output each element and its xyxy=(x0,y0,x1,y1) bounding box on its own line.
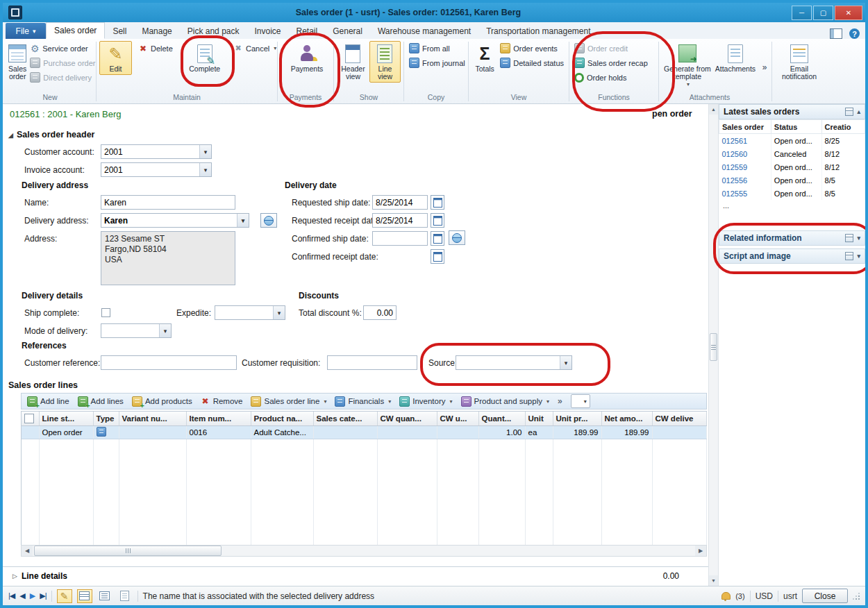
document-handling-button[interactable] xyxy=(117,589,133,603)
factbox-related-information-header[interactable]: Related information ▾ xyxy=(719,230,865,246)
column-net-amount[interactable]: Net amo... xyxy=(601,412,652,426)
cell-cw-unit[interactable] xyxy=(437,426,478,439)
close-icon[interactable]: ✕ xyxy=(835,6,862,20)
column-line-status[interactable]: Line st... xyxy=(39,412,93,426)
expand-chevron-down-icon[interactable]: ▾ xyxy=(857,235,860,242)
cell-sales-category[interactable] xyxy=(313,426,377,439)
factbox-latest-sales-orders-header[interactable]: Latest sales orders ▴ xyxy=(719,104,865,119)
chevron-down-icon[interactable] xyxy=(199,163,211,176)
cell-net-amount[interactable]: 189.99 xyxy=(601,426,652,439)
horizontal-scrollbar[interactable]: ◀ ▶ xyxy=(21,545,707,557)
list-item[interactable]: 012560 Canceled 8/12 xyxy=(719,147,865,160)
line-details-bar[interactable]: ▷ Line details 0.00 xyxy=(3,566,708,584)
chevron-down-icon[interactable] xyxy=(237,214,249,227)
mode-of-delivery-field[interactable] xyxy=(101,323,172,338)
edit-address-button[interactable] xyxy=(260,213,277,228)
list-item[interactable]: 012556 Open ord... 8/5 xyxy=(719,174,865,187)
calendar-icon[interactable] xyxy=(431,213,444,228)
detailed-status-button[interactable]: Detailed status xyxy=(498,56,566,70)
order-link[interactable]: 012560 xyxy=(719,147,771,160)
column-cw-unit[interactable]: CW u... xyxy=(437,412,478,426)
section-header-sales-order-lines[interactable]: Sales order lines xyxy=(8,380,78,390)
remove-button[interactable]: Remove xyxy=(201,396,243,406)
sales-order-line-menu[interactable]: Sales order line xyxy=(251,396,326,407)
column-product-name[interactable]: Product na... xyxy=(251,412,313,426)
tab-manage[interactable]: Manage xyxy=(134,24,179,39)
chevron-down-icon[interactable] xyxy=(273,306,285,319)
notification-count[interactable]: (3) xyxy=(735,592,744,600)
resize-grip[interactable] xyxy=(853,593,860,600)
delivery-schedule-button[interactable] xyxy=(449,230,465,245)
cell-line-status[interactable]: Open order xyxy=(39,426,93,439)
add-line-button[interactable]: Add line xyxy=(27,396,69,407)
column-cw-quantity[interactable]: CW quan... xyxy=(377,412,437,426)
list-view-toggle[interactable] xyxy=(97,589,112,603)
toolbar-overflow-chevron[interactable]: » xyxy=(558,396,562,406)
requested-receipt-date-field[interactable]: 8/25/2014 xyxy=(372,213,428,228)
column-type[interactable]: Type xyxy=(93,412,119,426)
scroll-down-icon[interactable]: ▼ xyxy=(709,575,718,586)
latest-more-indicator[interactable]: ... xyxy=(719,200,865,211)
scroll-right-icon[interactable]: ▶ xyxy=(695,546,706,556)
latest-column-sales-order[interactable]: Sales order xyxy=(719,120,771,134)
latest-column-created[interactable]: Creatio xyxy=(821,120,865,134)
calendar-icon[interactable] xyxy=(431,249,444,264)
cell-cw-quantity[interactable] xyxy=(377,426,437,439)
section-header-sales-order-header[interactable]: ◢Sales order header xyxy=(8,130,94,140)
close-button[interactable]: Close xyxy=(802,589,848,603)
column-cw-delivery[interactable]: CW delive xyxy=(652,412,706,426)
maximize-button[interactable]: ▢ xyxy=(813,6,833,20)
factbox-grid-icon[interactable] xyxy=(845,252,853,260)
calendar-icon[interactable] xyxy=(431,195,444,210)
confirmed-ship-date-field[interactable] xyxy=(372,231,428,246)
previous-record-icon[interactable]: ◀ xyxy=(19,591,24,600)
edit-mode-toggle[interactable] xyxy=(57,589,72,603)
select-all-header[interactable] xyxy=(22,412,39,426)
customer-requisition-field[interactable] xyxy=(327,355,417,370)
complete-button[interactable]: Complete xyxy=(182,41,227,75)
cell-cw-delivery[interactable] xyxy=(652,426,706,439)
header-view-button[interactable]: Header view xyxy=(337,41,369,83)
order-link[interactable]: 012559 xyxy=(719,160,771,174)
last-record-icon[interactable]: ▶| xyxy=(40,591,46,600)
product-and-supply-menu[interactable]: Product and supply xyxy=(461,396,549,407)
chevron-down-icon[interactable] xyxy=(199,145,211,158)
email-notification-button[interactable]: Email notification xyxy=(776,41,822,83)
help-icon[interactable]: ? xyxy=(849,28,860,39)
order-holds-button[interactable]: Order holds xyxy=(572,70,650,85)
direct-delivery-button[interactable]: Direct delivery xyxy=(28,70,97,85)
latest-column-status[interactable]: Status xyxy=(771,120,821,134)
column-sales-category[interactable]: Sales cate... xyxy=(313,412,377,426)
column-variant-number[interactable]: Variant nu... xyxy=(119,412,186,426)
financials-menu[interactable]: Financials xyxy=(335,396,391,407)
requested-ship-date-field[interactable]: 8/25/2014 xyxy=(372,195,428,210)
scroll-up-icon[interactable]: ▲ xyxy=(709,104,718,115)
calendar-icon[interactable] xyxy=(431,231,444,246)
list-item[interactable]: 012555 Open ord... 8/5 xyxy=(719,187,865,200)
sales-order-recap-button[interactable]: Sales order recap xyxy=(572,56,650,70)
delete-button[interactable]: Delete xyxy=(136,41,178,56)
column-unit-price[interactable]: Unit pr... xyxy=(553,412,601,426)
add-lines-button[interactable]: Add lines xyxy=(78,396,124,407)
vertical-scrollbar[interactable]: ▲ ▼ xyxy=(708,104,719,586)
list-item[interactable]: 012559 Open ord... 8/12 xyxy=(719,160,865,174)
scrollbar-thumb[interactable] xyxy=(34,546,222,556)
collapse-chevron-up-icon[interactable]: ▴ xyxy=(857,108,860,115)
select-all-checkbox[interactable] xyxy=(24,414,34,423)
order-link[interactable]: 012561 xyxy=(719,134,771,148)
column-quantity[interactable]: Quant... xyxy=(478,412,525,426)
workspace-layout-icon[interactable] xyxy=(830,28,842,39)
order-link[interactable]: 012556 xyxy=(719,174,771,187)
service-order-button[interactable]: Service order xyxy=(28,41,97,56)
tab-general[interactable]: General xyxy=(325,24,370,39)
column-item-number[interactable]: Item num... xyxy=(186,412,251,426)
cancel-button[interactable]: Cancel xyxy=(231,41,274,56)
line-view-button[interactable]: Line view xyxy=(369,41,401,83)
next-record-icon[interactable]: ▶ xyxy=(30,591,35,600)
chevron-down-icon[interactable] xyxy=(159,324,171,337)
scroll-left-icon[interactable]: ◀ xyxy=(22,546,33,556)
tab-sell[interactable]: Sell xyxy=(105,24,134,39)
toolbar-dropdown[interactable] xyxy=(571,394,590,408)
edit-button[interactable]: Edit xyxy=(99,41,132,75)
delivery-address-field[interactable]: Karen xyxy=(101,213,249,228)
